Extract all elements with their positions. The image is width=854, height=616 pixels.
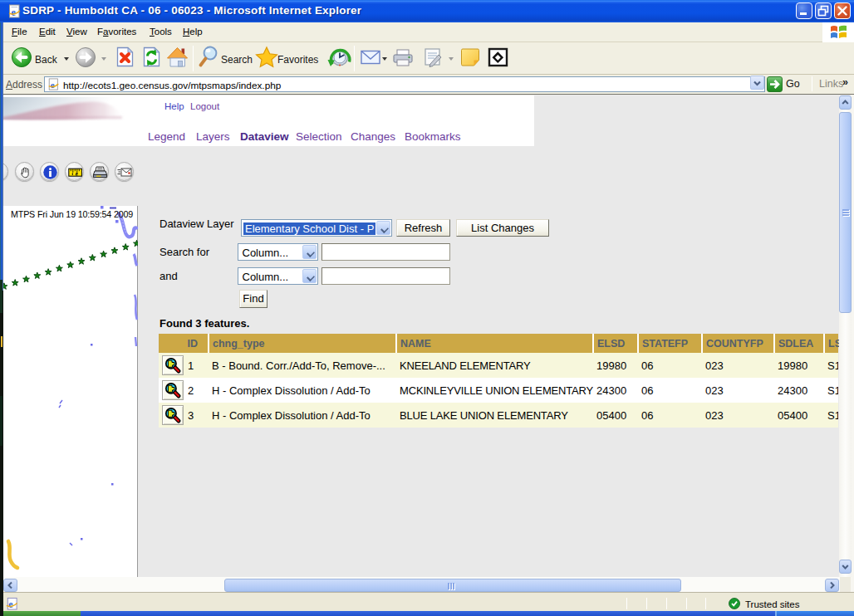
svg-text:e: e <box>12 7 17 18</box>
svg-text:e: e <box>51 80 55 90</box>
svg-text:e: e <box>8 599 12 610</box>
